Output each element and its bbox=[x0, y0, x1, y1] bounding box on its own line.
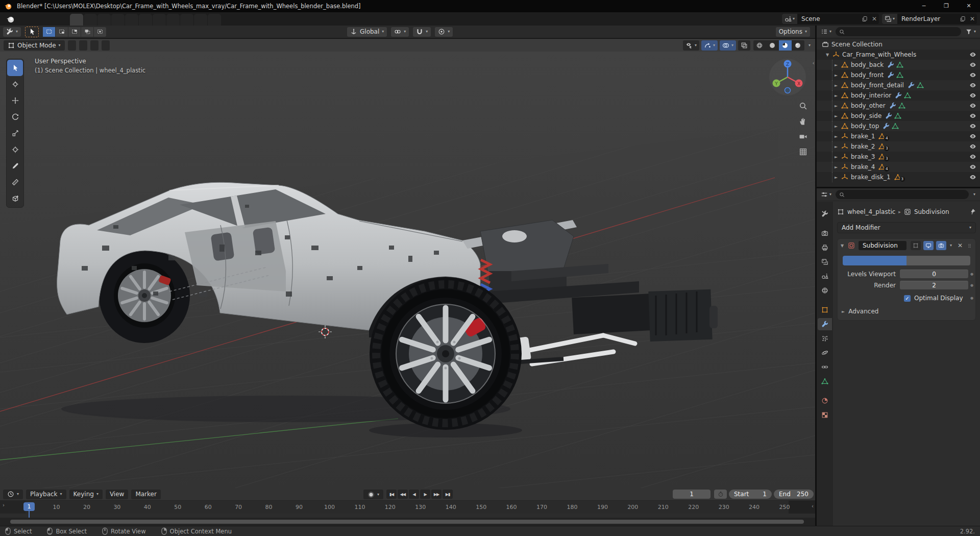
front-wheel[interactable] bbox=[370, 278, 522, 430]
properties-tab-constraints[interactable] bbox=[818, 361, 832, 373]
modifier-close-icon[interactable]: ✕ bbox=[955, 242, 965, 249]
realtime-display-toggle[interactable] bbox=[923, 241, 934, 250]
properties-tab-images[interactable] bbox=[818, 256, 832, 268]
properties-tab-texture[interactable] bbox=[818, 409, 832, 421]
outliner-search-input[interactable] bbox=[836, 27, 961, 36]
properties-tab-meshtri[interactable] bbox=[818, 375, 832, 387]
shading-mode-shade-solid[interactable] bbox=[766, 40, 779, 51]
object-name[interactable]: body_other bbox=[851, 102, 886, 109]
hide-in-viewport-eye-icon[interactable] bbox=[969, 153, 977, 160]
outliner-row-meshtri[interactable]: ► body_top bbox=[817, 121, 980, 131]
hide-in-viewport-eye-icon[interactable] bbox=[969, 143, 977, 150]
hide-in-viewport-eye-icon[interactable] bbox=[969, 123, 977, 130]
options-dropdown[interactable]: Options▾ bbox=[776, 27, 810, 37]
transport-button[interactable]: ▶ bbox=[420, 490, 430, 499]
disclosure-arrow[interactable]: ► bbox=[835, 134, 841, 139]
transport-button[interactable]: ▮◀ bbox=[386, 490, 397, 499]
scene-copy-icon[interactable] bbox=[860, 14, 870, 24]
object-name[interactable]: brake_2 bbox=[851, 143, 875, 150]
properties-tab-objsquare[interactable] bbox=[818, 304, 832, 316]
outliner-row-empty[interactable]: ► brake_disk_1 3 bbox=[817, 172, 980, 182]
viewport-menu[interactable] bbox=[68, 40, 76, 51]
object-name[interactable]: body_side bbox=[851, 112, 881, 119]
modifier-drag-handle[interactable] bbox=[967, 242, 972, 249]
viewport-3d[interactable]: User Perspective (1) Scene Collection | … bbox=[0, 52, 815, 488]
maximize-button[interactable]: ❐ bbox=[935, 0, 958, 12]
timeline-menu[interactable]: Marker bbox=[131, 490, 160, 499]
mode-dropdown[interactable]: Object Mode▾ bbox=[4, 40, 65, 51]
disclosure-arrow[interactable]: ► bbox=[835, 175, 841, 180]
scene-name[interactable]: Scene bbox=[797, 15, 860, 22]
minimize-button[interactable]: ─ bbox=[913, 0, 935, 12]
outliner-row-empty[interactable]: ► brake_4 4 bbox=[817, 162, 980, 172]
frame-end-field[interactable]: End250 bbox=[774, 490, 814, 499]
transport-button[interactable]: ▶▮ bbox=[443, 490, 453, 499]
edit-mode-display-toggle[interactable] bbox=[911, 241, 921, 250]
properties-tab-scenecone[interactable] bbox=[818, 270, 832, 282]
animate-dot[interactable]: ● bbox=[968, 283, 975, 287]
timeline-menu[interactable]: View bbox=[106, 490, 128, 499]
outliner-row-empty[interactable]: ▼ Car_Frame_with_Wheels bbox=[817, 50, 980, 60]
nav-button-camcorder[interactable] bbox=[799, 132, 807, 141]
tool-addcube[interactable] bbox=[7, 190, 23, 207]
viewport-menu[interactable] bbox=[90, 40, 99, 51]
navigation-gizmo[interactable]: Z Y X bbox=[768, 57, 807, 98]
tool-annotate[interactable] bbox=[7, 158, 23, 174]
breadcrumb-modifier[interactable]: Subdivision bbox=[914, 208, 949, 215]
viewport-scene[interactable] bbox=[0, 52, 815, 488]
disclosure-arrow[interactable]: ► bbox=[835, 155, 841, 159]
nav-button-hand[interactable] bbox=[799, 117, 807, 126]
optimal-display-checkbox[interactable]: ✓ bbox=[904, 295, 911, 302]
viewport-menu[interactable] bbox=[102, 40, 110, 51]
workspace-tab[interactable] bbox=[84, 14, 97, 26]
close-button[interactable]: ✕ bbox=[958, 0, 980, 12]
properties-editor-type-button[interactable]: ▾ bbox=[819, 191, 833, 198]
viewlayer-remove-icon[interactable]: ✕ bbox=[968, 14, 977, 24]
scene-selector[interactable]: ▾ Scene ✕ bbox=[782, 14, 879, 24]
blender-menu-button[interactable] bbox=[3, 15, 18, 23]
outliner-row-meshtri[interactable]: ► body_interior bbox=[817, 90, 980, 101]
object-name[interactable]: body_back bbox=[851, 61, 884, 68]
viewlayer-name[interactable]: RenderLayer bbox=[897, 15, 958, 22]
hide-in-viewport-eye-icon[interactable] bbox=[969, 102, 977, 109]
timeline-scrollbar[interactable] bbox=[0, 518, 815, 526]
disclosure-arrow[interactable]: ► bbox=[835, 93, 841, 98]
workspace-tab[interactable] bbox=[180, 14, 193, 26]
object-name[interactable]: Scene Collection bbox=[831, 41, 883, 48]
workspace-tab[interactable] bbox=[194, 14, 207, 26]
properties-filter-dropdown[interactable]: ▾ bbox=[971, 192, 977, 197]
nav-button-magnifier[interactable] bbox=[799, 102, 807, 110]
timeline-ruler[interactable]: 1020304050607080901001101201301401501601… bbox=[0, 500, 815, 514]
proportional-editing-toggle[interactable]: ▾ bbox=[435, 27, 453, 37]
workspace-tab[interactable] bbox=[153, 14, 166, 26]
workspace-tab[interactable] bbox=[208, 14, 221, 26]
hide-in-viewport-eye-icon[interactable] bbox=[969, 112, 977, 119]
workspace-tab[interactable] bbox=[70, 14, 83, 26]
hide-in-viewport-eye-icon[interactable] bbox=[969, 174, 977, 181]
disclosure-arrow[interactable]: ► bbox=[835, 114, 841, 118]
frame-start-field[interactable]: Start1 bbox=[729, 490, 772, 499]
tool-scale[interactable] bbox=[7, 125, 23, 141]
tool-cursor3d[interactable] bbox=[7, 76, 23, 92]
car-frame-model[interactable] bbox=[57, 182, 718, 437]
properties-search-input[interactable] bbox=[836, 190, 969, 199]
tool-move[interactable] bbox=[7, 92, 23, 109]
animate-dot[interactable]: ● bbox=[968, 272, 975, 276]
modifier-panel-header[interactable]: ▼ Subdivision ▾ ✕ bbox=[838, 239, 975, 252]
timeline-editor-type-button[interactable]: ▾ bbox=[3, 490, 23, 499]
snap-toggle[interactable]: ▾ bbox=[413, 27, 431, 37]
timeline-collapse-arrow[interactable]: ‹ bbox=[812, 503, 814, 509]
field-value[interactable]: 2 bbox=[900, 281, 968, 289]
subdivision-type-option[interactable] bbox=[843, 256, 906, 265]
scene-icon[interactable]: ▾ bbox=[782, 14, 797, 24]
shading-mode-shade-mat[interactable] bbox=[779, 40, 792, 51]
disclosure-arrow[interactable]: ► bbox=[835, 63, 841, 67]
timeline-menu[interactable]: Keying▾ bbox=[69, 490, 103, 499]
use-preview-range-toggle[interactable] bbox=[714, 490, 727, 499]
transport-button[interactable]: ◀ bbox=[409, 490, 419, 499]
properties-tab-particles[interactable] bbox=[818, 332, 832, 345]
shading-dropdown[interactable]: ▾ bbox=[807, 43, 812, 47]
disclosure-arrow[interactable]: ► bbox=[835, 104, 841, 108]
modifier-extras-dropdown[interactable]: ▾ bbox=[948, 243, 953, 248]
select-mode-sel-inv[interactable] bbox=[81, 27, 93, 37]
